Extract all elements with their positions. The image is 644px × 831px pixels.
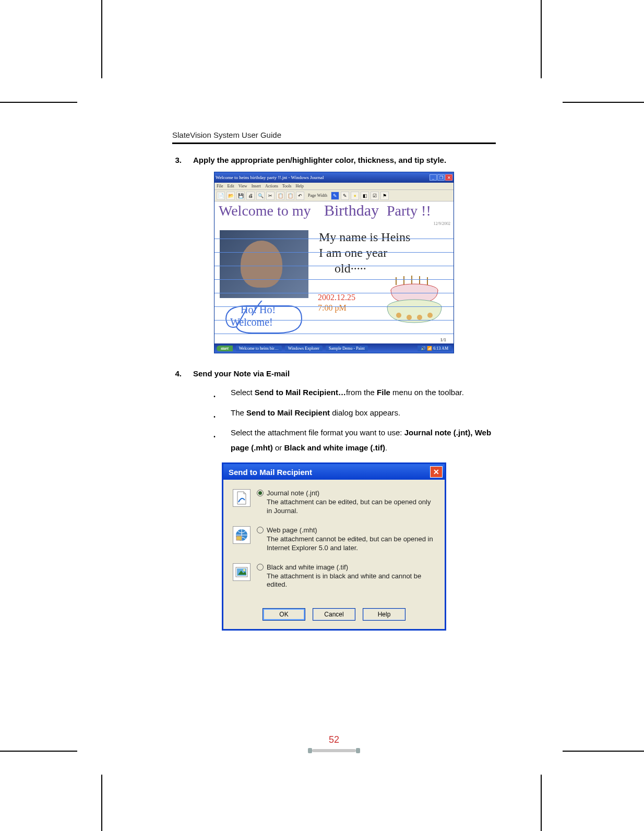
radio-tif[interactable] [257,564,264,571]
radio-mht[interactable] [257,527,264,533]
option-label: Web page (.mht) [267,526,317,534]
bubble-text: Welcome! [230,316,273,328]
speech-bubble [221,301,304,338]
menu-help[interactable]: Help [295,184,304,188]
system-tray[interactable]: 🔊 📶 6:13 AM [418,346,451,351]
menubar: File Edit View Insert Actions Tools Help [214,183,454,190]
cut-icon[interactable]: ✂ [266,192,275,200]
dialog-body: Journal note (.jnt) The attachment can b… [223,480,445,605]
bullet-icon [213,385,216,403]
option-tif[interactable]: Black and white image (.tif) The attachm… [233,563,435,590]
text: . [385,443,387,452]
radio-jnt[interactable] [257,490,264,496]
ok-button[interactable]: OK [263,608,305,621]
open-icon[interactable]: 📂 [226,192,235,200]
minimize-button[interactable]: _ [430,174,437,181]
text-bold: Send to Mail Recipient [246,408,330,417]
option-desc: The attachment can be edited, but can be… [267,498,435,516]
running-header: SlateVision System User Guide [172,130,496,139]
handwriting: old····· [335,262,366,276]
page-footer: 52 [308,734,360,756]
header-rule [172,143,496,144]
crop-mark [0,102,77,103]
page-indicator: 1/1 [440,337,446,342]
date-stamp: 12/9/2002 [434,221,450,226]
bullet-icon [213,406,216,424]
search-icon[interactable]: 🔍 [256,192,265,200]
option-label: Black and white image (.tif) [267,563,348,571]
toolbar: 📄 📂 💾 🖨 🔍 ✂ 📋 📋 ↶ Page Width ✎ ✎ ● ◧ ☑ ⚑ [214,190,454,201]
zoom-label[interactable]: Page Width [306,193,329,198]
close-button[interactable]: ✕ [430,466,443,478]
crop-mark [541,0,542,78]
svg-rect-19 [356,748,360,753]
crop-mark [563,102,644,103]
page-number: 52 [308,734,360,745]
bullet-1: Select Send to Mail Recipient…from the F… [213,385,496,403]
svg-point-7 [396,313,401,318]
handwriting: Welcome to my [219,203,311,219]
step-3: 3. Apply the appropriate pen/highlighter… [172,156,496,164]
new-icon[interactable]: 📄 [217,192,225,200]
start-button[interactable]: start [217,346,233,351]
text: or [273,443,284,452]
taskbar-item[interactable]: Sample Demo - Paint [326,346,368,351]
svg-rect-17 [312,749,356,752]
eraser-icon[interactable]: ◧ [361,192,369,200]
maximize-button[interactable]: ❐ [437,174,445,181]
handwriting: My name is Heins [319,230,410,244]
print-icon[interactable]: 🖨 [246,192,255,200]
taskbar: start Welcome to heins bir… Windows Expl… [214,343,454,353]
close-button[interactable]: ✕ [445,174,452,181]
crop-mark [101,0,102,78]
undo-icon[interactable]: ↶ [296,192,304,200]
titlebar: Welcome to heins birthday party !!.jnt -… [214,172,454,183]
pen2-icon[interactable]: ✎ [341,192,349,200]
option-jnt[interactable]: Journal note (.jnt) The attachment can b… [233,489,435,516]
lasso-icon[interactable]: ☑ [371,192,379,200]
window-buttons: _ ❐ ✕ [430,174,452,181]
bullet-text: The Send to Mail Recipient dialog box ap… [231,406,496,424]
journal-canvas[interactable]: Welcome to my Birthday Party !! 12/9/200… [214,201,454,343]
text-bold: Send to Mail Recipient… [255,388,346,397]
dialog-buttons: OK Cancel Help [223,605,445,629]
menu-actions[interactable]: Actions [265,184,278,188]
step-number: 4. [172,369,182,378]
cancel-button[interactable]: Cancel [313,608,355,621]
svg-point-8 [407,315,412,320]
option-desc: The attachment is in black and white and… [267,572,435,590]
svg-point-10 [427,313,433,318]
bubble-text: Ho! Ho! [241,304,276,316]
taskbar-item[interactable]: Welcome to heins bir… [236,346,282,351]
menu-insert[interactable]: Insert [252,184,261,188]
bullet-3: Select the attachment file format you wa… [213,425,496,455]
svg-rect-18 [308,748,312,753]
crop-mark [563,751,644,752]
text: Select the attachment file format you wa… [231,428,404,437]
help-button[interactable]: Help [363,608,406,621]
text: from the [346,388,377,397]
text-bold: File [377,388,390,397]
handwriting: Birthday [324,201,379,219]
taskbar-item[interactable]: Windows Explorer [285,346,323,351]
menu-tools[interactable]: Tools [282,184,292,188]
image-file-icon [233,563,251,581]
bullet-2: The Send to Mail Recipient dialog box ap… [213,406,496,424]
menu-file[interactable]: File [217,184,223,188]
step-4-bullets: Select Send to Mail Recipient…from the F… [213,385,496,455]
pen-icon[interactable]: ✎ [331,192,339,200]
highlighter-icon[interactable]: ● [351,192,359,200]
save-icon[interactable]: 💾 [236,192,245,200]
flag-icon[interactable]: ⚑ [380,192,389,200]
paste-icon[interactable]: 📋 [286,192,294,200]
option-mht[interactable]: Web page (.mht) The attachment cannot be… [233,526,435,553]
menu-view[interactable]: View [238,184,247,188]
crop-mark [0,751,77,752]
svg-point-16 [243,569,245,571]
menu-edit[interactable]: Edit [227,184,234,188]
handwriting: I am one year [319,246,387,260]
cake-drawing [386,275,443,324]
copy-icon[interactable]: 📋 [276,192,284,200]
text: dialog box appears. [330,408,400,417]
crop-mark [541,775,542,831]
